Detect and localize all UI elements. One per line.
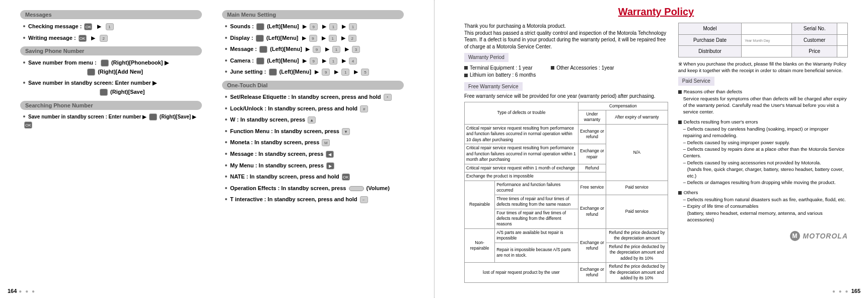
oth-b: – Expiry of life time of consumables bbox=[683, 203, 848, 209]
tr9-after: Refund the price deducted by the depreci… bbox=[606, 243, 668, 262]
leftmenu-label: (Left)[Menu] bbox=[279, 69, 312, 75]
saving-header: Saving Phone Number bbox=[20, 46, 202, 55]
sounds-label: Sounds : bbox=[230, 23, 254, 29]
tr5-after: Paid service bbox=[606, 181, 668, 195]
info-price-label: Price bbox=[792, 46, 837, 57]
key-5-icon: 5 bbox=[361, 69, 369, 76]
page-number-left: 164● ● ● bbox=[8, 288, 36, 294]
volume-label: (Volume) bbox=[367, 185, 390, 191]
messages-item-2: Writing meesage : OK ▶ 2 bbox=[23, 34, 202, 43]
mm-sounds: Sounds : (Left)[Menu] ▶9 ▶1 ▶1 bbox=[225, 22, 404, 31]
key-2-icon: 2 bbox=[100, 35, 108, 42]
wp-terminal: Terminal Equipment : 1 year bbox=[464, 65, 536, 72]
nate-label: NATE : In standby screen, press and hold bbox=[230, 173, 339, 180]
info-dist-value[interactable] bbox=[742, 46, 792, 57]
mymenu-label: My Menu : In standby screen, press bbox=[230, 162, 324, 168]
tr8-desc: A/S parts are available but repair is im… bbox=[495, 228, 578, 243]
page-spread: Messages Checking message : OK ▶ 1 Writi… bbox=[0, 0, 868, 298]
lock-label: Lock/Unlock : In standby screen, press a… bbox=[230, 105, 357, 111]
warranty-table: Type of defects or trouble Compensation … bbox=[464, 102, 668, 283]
tr8-after: Refund the price deducted by the depreci… bbox=[606, 228, 668, 243]
info-price-value[interactable] bbox=[837, 46, 848, 57]
mm-message: Message : (Left)[Menu] ▶9 ▶1 ▶3 bbox=[225, 45, 404, 54]
softkey-icon bbox=[149, 113, 157, 121]
softkey-icon bbox=[259, 46, 267, 53]
leftmenu-label: (Left)[Menu] bbox=[267, 23, 299, 29]
ot-msg: Message : In standby screen, press ◀ bbox=[225, 150, 404, 159]
volume-key-icon bbox=[349, 186, 364, 191]
info-model-value[interactable] bbox=[742, 23, 792, 35]
tr6-desc: Three times of repair and four times of … bbox=[495, 195, 578, 209]
pagenum-164: 164 bbox=[8, 288, 17, 294]
ot-mymenu: My Menu : In standby screen, press ▶ bbox=[225, 161, 404, 170]
key-1-icon: 1 bbox=[329, 57, 337, 65]
writing-message-label: Writing meesage : bbox=[28, 35, 76, 41]
onetouch-header: One-Touch Dial bbox=[222, 81, 404, 90]
searching-item: Save number in standby screen : Enter nu… bbox=[23, 113, 202, 129]
right-save-label: (Right)[Save] bbox=[110, 89, 144, 95]
key-9-icon: 9 bbox=[310, 57, 318, 65]
th-after: After expiry of warranty bbox=[606, 110, 668, 124]
checking-message-label: Checking message : bbox=[28, 23, 82, 29]
ot-tint: T interactive : In standby screen, press… bbox=[225, 195, 404, 204]
key-1-icon: 1 bbox=[329, 35, 337, 42]
wp-accessories: Other Accessories : 1year bbox=[551, 65, 614, 72]
tr1-under: Exchange or refund bbox=[578, 124, 606, 144]
key-1-icon: 1 bbox=[106, 23, 114, 30]
right-phonebook-label: (Right)[Phonebook] ▶ bbox=[111, 59, 169, 66]
warranty-period-tag: Warranty Period bbox=[464, 53, 509, 62]
key-1-icon: 1 bbox=[349, 23, 357, 30]
softkey-icon bbox=[87, 69, 95, 76]
tr8-under: Exchange or refund bbox=[578, 228, 606, 262]
moneta-key-icon: M bbox=[322, 139, 330, 146]
june-label: June setting : bbox=[230, 69, 266, 75]
searching-header: Searching Phone Number bbox=[20, 101, 202, 110]
softkey-icon bbox=[100, 89, 108, 96]
key-9-icon: 9 bbox=[309, 35, 317, 42]
key-3-icon: 3 bbox=[352, 46, 360, 53]
ot-w: W : In standby screen, press ▲ bbox=[225, 115, 404, 125]
oth-a: – Defects resulting from natural disaste… bbox=[683, 196, 848, 203]
softkey-icon bbox=[256, 23, 264, 30]
nav-up-icon: ▲ bbox=[308, 116, 316, 124]
fill-note: ※ When you purchase the product, please … bbox=[678, 61, 848, 74]
intro-line-2: This product has passed a strict quality… bbox=[464, 30, 668, 50]
right-save-tail-label: (Right)[Save] ▶ bbox=[160, 114, 196, 120]
camera-label: Camera : bbox=[230, 57, 254, 64]
tr2-under: Exchange or repair bbox=[578, 144, 606, 164]
tr3-desc: Critical repair service request within 1… bbox=[465, 164, 578, 172]
mm-display: Display : (Left)[Menu] ▶9 ▶1 ▶2 bbox=[225, 34, 404, 43]
pagenum-165: 165 bbox=[851, 288, 860, 294]
page-number-right: ● ● ●165 bbox=[832, 288, 860, 294]
tr-na: N/A bbox=[606, 124, 668, 181]
ot-func: Function Menu : In standby screen, press… bbox=[225, 127, 404, 136]
display-label: Display : bbox=[230, 35, 253, 41]
info-pdate-value[interactable]: Year Month Day bbox=[742, 34, 792, 46]
info-serial-value[interactable] bbox=[837, 23, 848, 35]
info-pdate-label: Purchase Date bbox=[678, 34, 742, 46]
messages-header: Messages bbox=[20, 10, 202, 19]
motorola-batwing-icon: M bbox=[790, 231, 800, 241]
ue-e: – Defects or damages resulting from drop… bbox=[683, 179, 848, 186]
etiquette-label: Set/Release Etiquette : In standby scree… bbox=[230, 94, 381, 100]
warranty-right-col: Model Serial No. Purchase Date Year Mont… bbox=[678, 23, 848, 283]
page-left: Messages Checking message : OK ▶ 1 Writi… bbox=[0, 0, 434, 298]
paid-reasons-text: Service requests for symptoms other than… bbox=[683, 95, 848, 115]
key-4-icon: 4 bbox=[349, 57, 357, 65]
ue-c: – Defects caused by repairs done at a pl… bbox=[683, 146, 848, 159]
tr10-after: Refund the price deducted by the depreci… bbox=[606, 263, 668, 282]
saving-item-1: Save number from menu : (Right)[Phoneboo… bbox=[23, 58, 202, 76]
hash-key-icon: # bbox=[360, 105, 368, 112]
info-customer-value[interactable] bbox=[837, 34, 848, 46]
ot-op: Operation Effects : In standby screen, p… bbox=[225, 184, 404, 193]
message-label: Message : bbox=[230, 46, 257, 52]
mainmenu-header: Main Menu Setting bbox=[222, 10, 404, 19]
ot-lock: Lock/Unlock : In standby screen, press a… bbox=[225, 104, 404, 113]
softkey-icon bbox=[256, 57, 264, 65]
key-9-icon: 9 bbox=[313, 46, 321, 53]
ok-key-icon: OK bbox=[342, 173, 350, 181]
softkey-icon bbox=[256, 35, 264, 42]
info-customer-label: Customer bbox=[792, 34, 837, 46]
moneta-label: Moneta : In standby screen, press bbox=[230, 139, 319, 145]
saving-item-2: Save number in standby screen: Enter num… bbox=[23, 79, 202, 96]
